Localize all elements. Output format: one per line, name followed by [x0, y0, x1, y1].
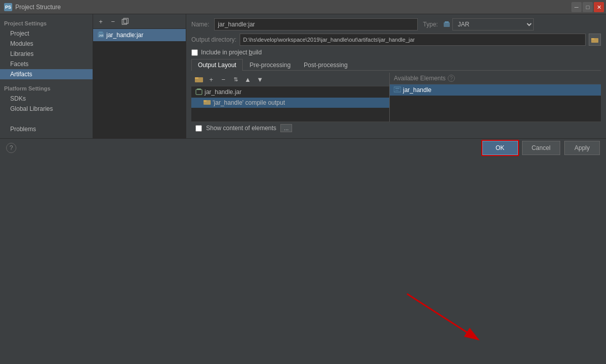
remove-artifact-button[interactable]: − [107, 16, 119, 27]
module-icon [394, 86, 401, 94]
app-icon: PS [4, 3, 12, 11]
compile-output-label: 'jar_handle' compile output [213, 99, 285, 106]
tree-toolbar: + − ⇅ ▲ ▼ [191, 73, 389, 86]
tree-item-jar[interactable]: jar_handle.jar [191, 86, 389, 98]
include-build-row: Include in project build [191, 49, 601, 56]
name-label: Name: [191, 21, 209, 28]
include-build-label[interactable]: Include in project build [201, 49, 262, 56]
show-content-label[interactable]: Show content of elements [206, 125, 276, 132]
svg-rect-11 [196, 89, 202, 95]
project-settings-header: Project Settings [0, 18, 93, 28]
jar-type-icon [443, 21, 450, 28]
jar-file-icon [195, 88, 203, 96]
tree-content: jar_handle.jar 'jar_handle' compile outp… [191, 86, 389, 122]
svg-rect-17 [395, 90, 398, 91]
help-button[interactable]: ? [6, 143, 16, 153]
minimize-button[interactable]: ─ [571, 2, 582, 12]
svg-rect-16 [395, 88, 399, 89]
type-select-wrapper: JAR WAR EAR [443, 18, 534, 31]
copy-artifact-button[interactable] [120, 16, 131, 27]
cancel-button[interactable]: Cancel [522, 141, 560, 155]
include-build-checkbox[interactable] [191, 49, 198, 56]
close-button[interactable]: ✕ [594, 2, 604, 12]
svg-rect-8 [591, 38, 594, 40]
tree-folder-button[interactable] [193, 74, 205, 85]
available-label: Available Elements [394, 75, 446, 82]
right-panel: Name: Type: JAR WAR EAR Outpu [186, 14, 606, 138]
content-split: + − JAR jar_handle:jar [93, 14, 606, 138]
title-bar-text: Project Structure [15, 4, 61, 11]
type-select[interactable]: JAR WAR EAR [452, 18, 534, 31]
output-dir-label: Output directory: [191, 36, 237, 43]
title-bar-controls: ─ □ ✕ [571, 2, 604, 12]
apply-button[interactable]: Apply [564, 141, 600, 155]
svg-line-19 [407, 294, 478, 340]
tree-add-button[interactable]: + [206, 74, 217, 85]
footer-left: ? [6, 143, 16, 153]
title-bar: PS Project Structure ─ □ ✕ [0, 0, 606, 14]
sidebar-item-libraries[interactable]: Libraries [0, 49, 93, 59]
svg-rect-6 [445, 21, 449, 23]
svg-rect-15 [394, 87, 401, 92]
tab-postprocessing[interactable]: Post-processing [297, 59, 354, 71]
avail-item-jar-handle[interactable]: jar_handle [390, 84, 601, 96]
sidebar: Project Settings Project Modules Librari… [0, 14, 93, 138]
tree-panel: + − ⇅ ▲ ▼ [191, 73, 390, 122]
sidebar-item-problems[interactable]: Problems [0, 124, 93, 134]
compile-folder-icon [204, 99, 211, 106]
available-content: jar_handle [390, 84, 601, 122]
sidebar-item-artifacts[interactable]: Artifacts [0, 69, 93, 79]
type-label: Type: [423, 21, 438, 28]
tree-up-button[interactable]: ▲ [242, 74, 253, 85]
more-button[interactable]: ... [280, 124, 292, 132]
artifact-item-jar-handle[interactable]: JAR jar_handle:jar [93, 29, 186, 41]
main-layout: Project Settings Project Modules Librari… [0, 14, 606, 138]
tree-sort-button[interactable]: ⇅ [230, 74, 241, 85]
show-content-checkbox[interactable] [195, 125, 202, 132]
footer-right: OK Cancel Apply [482, 141, 600, 155]
sidebar-item-modules[interactable]: Modules [0, 39, 93, 49]
tree-down-button[interactable]: ▼ [254, 74, 266, 85]
folder-icon [195, 76, 203, 83]
name-input[interactable] [214, 18, 418, 31]
tab-preprocessing[interactable]: Pre-processing [243, 59, 297, 71]
output-layout-split: + − ⇅ ▲ ▼ [191, 73, 601, 122]
footer: ? OK Cancel Apply [0, 138, 606, 157]
tree-remove-button[interactable]: − [218, 74, 229, 85]
tabs-bar: Output Layout Pre-processing Post-proces… [191, 59, 601, 71]
svg-rect-10 [195, 77, 198, 79]
bottom-bar: Show content of elements ... [191, 122, 601, 134]
svg-text:JAR: JAR [99, 34, 104, 37]
available-header: Available Elements ? [390, 73, 601, 84]
add-artifact-button[interactable]: + [95, 16, 106, 27]
sidebar-item-sdks[interactable]: SDKs [0, 94, 93, 104]
ok-button[interactable]: OK [482, 141, 518, 155]
avail-label: jar_handle [403, 86, 431, 94]
tab-output-layout[interactable]: Output Layout [191, 59, 243, 71]
svg-rect-5 [444, 22, 450, 27]
sidebar-item-facets[interactable]: Facets [0, 59, 93, 69]
platform-settings-header: Platform Settings [0, 83, 93, 94]
sidebar-item-global-libraries[interactable]: Global Libraries [0, 104, 93, 114]
artifact-toolbar: + − [93, 14, 186, 29]
svg-rect-3 [99, 32, 103, 33]
artifact-list-panel: + − JAR jar_handle:jar [93, 14, 186, 138]
available-panel: Available Elements ? [390, 73, 601, 122]
artifact-label: jar_handle:jar [106, 32, 143, 39]
jar-item-label: jar_handle.jar [205, 88, 242, 96]
available-help-icon[interactable]: ? [448, 75, 455, 82]
name-type-row: Name: Type: JAR WAR EAR [191, 18, 601, 31]
maximize-button[interactable]: □ [583, 2, 593, 12]
sidebar-item-project[interactable]: Project [0, 28, 93, 39]
tree-item-compile-output[interactable]: 'jar_handle' compile output [191, 98, 389, 108]
svg-rect-14 [204, 100, 207, 102]
jar-icon: JAR [97, 31, 104, 39]
browse-button[interactable] [589, 34, 601, 46]
folder-browse-icon [591, 37, 598, 43]
svg-rect-12 [197, 88, 201, 90]
artifact-list: JAR jar_handle:jar [93, 29, 186, 138]
output-dir-input[interactable] [240, 34, 586, 46]
output-dir-row: Output directory: [191, 34, 601, 46]
